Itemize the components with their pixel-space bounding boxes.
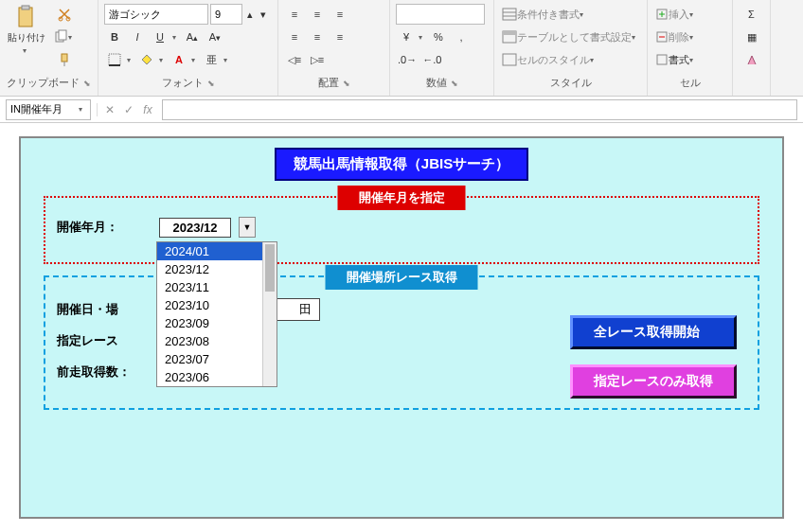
indent-decrease-button[interactable]: ◁≡: [284, 49, 305, 70]
style-group-label: スタイル: [550, 76, 592, 90]
dropdown-option[interactable]: 2024/01✥: [157, 242, 277, 260]
dropdown-option[interactable]: 2023/07: [157, 350, 277, 368]
comma-button[interactable]: ,: [451, 27, 472, 47]
svg-rect-0: [19, 8, 32, 27]
italic-button[interactable]: I: [127, 27, 148, 47]
yearmonth-dropdown-button[interactable]: ▼: [239, 217, 256, 238]
formula-bar: IN開催年月▾ ✕ ✓ fx: [0, 97, 803, 123]
delete-cells-button[interactable]: 削除▾: [653, 27, 726, 47]
conditional-format-button[interactable]: 条件付き書式▾: [500, 4, 641, 25]
decrease-decimal-button[interactable]: ←.0: [420, 49, 443, 70]
number-launcher-icon[interactable]: ⬊: [451, 79, 458, 88]
autosum-button[interactable]: Σ: [739, 4, 764, 25]
fetch-selected-race-button[interactable]: 指定レースのみ取得: [570, 364, 737, 399]
format-cells-button[interactable]: 書式▾: [653, 49, 726, 70]
svg-rect-8: [503, 9, 516, 20]
format-painter-button[interactable]: [51, 49, 78, 70]
clipboard-launcher-icon[interactable]: ⬊: [83, 79, 91, 88]
main-panel: 競馬出馬情報取得（JBISサーチ） 開催年月を指定 開催年月： 2023/12 …: [19, 136, 784, 519]
ribbon-group-clipboard: 貼り付け ▾ ▾ クリップボード⬊: [0, 0, 98, 96]
align-top-button[interactable]: ≡: [284, 4, 305, 25]
font-size-down-button[interactable]: ▾: [258, 4, 269, 25]
section-races-title: 開催場所レース取得: [326, 265, 478, 290]
currency-button[interactable]: ¥: [396, 27, 417, 47]
align-middle-button[interactable]: ≡: [307, 4, 328, 25]
fill-color-button[interactable]: [136, 49, 157, 70]
dropdown-option[interactable]: 2023/06: [157, 368, 277, 386]
yearmonth-dropdown: 2024/01✥ 2023/12 2023/11 2023/10 2023/09…: [156, 241, 277, 387]
copy-button[interactable]: ▾: [51, 27, 78, 47]
indent-increase-button[interactable]: ▷≡: [307, 49, 328, 70]
font-color-button[interactable]: A: [169, 49, 189, 70]
paste-button[interactable]: 貼り付け ▾: [6, 4, 47, 55]
underline-button[interactable]: U: [150, 27, 170, 47]
ribbon-group-cell: 挿入▾ 削除▾ 書式▾ セル: [648, 0, 733, 96]
dropdown-option[interactable]: 2023/11: [157, 278, 277, 296]
cell-group-label: セル: [680, 76, 701, 90]
race-label: 指定レース: [57, 332, 152, 349]
increase-decimal-button[interactable]: .0→: [396, 49, 419, 70]
fetch-all-races-button[interactable]: 全レース取得開始: [570, 315, 737, 349]
svg-rect-6: [62, 54, 67, 62]
worksheet-area: 競馬出馬情報取得（JBISサーチ） 開催年月を指定 開催年月： 2023/12 …: [0, 123, 803, 532]
cancel-formula-button[interactable]: ✕: [101, 103, 118, 116]
svg-rect-7: [109, 54, 120, 65]
dropdown-option[interactable]: 2023/08: [157, 332, 277, 350]
insert-cells-button[interactable]: 挿入▾: [653, 4, 726, 25]
name-box[interactable]: IN開催年月▾: [6, 99, 91, 120]
paste-label: 貼り付け: [8, 31, 45, 44]
bold-button[interactable]: B: [104, 27, 125, 47]
svg-rect-11: [503, 54, 516, 65]
phonetic-button[interactable]: 亜: [201, 49, 222, 70]
ribbon-group-style: 条件付き書式▾ テーブルとして書式設定▾ セルのスタイル▾ スタイル: [494, 0, 648, 96]
number-group-label: 数値: [426, 76, 447, 90]
ribbon-group-alignment: ≡ ≡ ≡ ≡ ≡ ≡ ◁≡ ▷≡ 配置⬊: [278, 0, 390, 96]
font-size-select[interactable]: [210, 4, 242, 25]
svg-rect-5: [59, 30, 66, 40]
venue-label: 開催日・場: [57, 301, 152, 318]
ribbon-group-editing: Σ ▦: [733, 0, 771, 96]
border-button[interactable]: [104, 49, 125, 70]
dropdown-option[interactable]: 2023/09: [157, 314, 277, 332]
dropdown-scrollbar[interactable]: [262, 242, 277, 386]
dropdown-option[interactable]: 2023/12: [157, 260, 277, 278]
format-as-table-button[interactable]: テーブルとして書式設定▾: [500, 27, 641, 47]
align-center-button[interactable]: ≡: [307, 27, 328, 47]
formula-input[interactable]: [162, 99, 797, 120]
font-name-select[interactable]: [104, 4, 208, 25]
prev-count-label: 前走取得数：: [57, 364, 152, 381]
ribbon-group-font: ▴ ▾ B I U▾ A▴ A▾ ▾ ▾ A▾ 亜▾ フォント⬊: [98, 0, 278, 96]
font-size-up-button[interactable]: ▴: [244, 4, 256, 25]
align-group-label: 配置: [318, 76, 339, 90]
svg-rect-10: [503, 31, 516, 35]
enter-formula-button[interactable]: ✓: [120, 103, 137, 116]
ribbon: 貼り付け ▾ ▾ クリップボード⬊ ▴ ▾ B I U▾ A▴: [0, 0, 803, 97]
section-races: 開催場所レース取得 開催日・場 指定レース 前走取得数： 全レース取得開始 指定…: [44, 275, 759, 410]
align-bottom-button[interactable]: ≡: [330, 4, 350, 25]
ribbon-group-number: ¥▾ % , .0→ ←.0 数値⬊: [390, 0, 494, 96]
insert-function-button[interactable]: fx: [139, 103, 156, 116]
align-left-button[interactable]: ≡: [284, 27, 305, 47]
cut-button[interactable]: [51, 4, 78, 25]
section-yearmonth: 開催年月を指定 開催年月： 2023/12 ▼ 2024/01✥ 2023/12…: [44, 196, 759, 264]
fill-button[interactable]: ▦: [739, 27, 764, 47]
align-launcher-icon[interactable]: ⬊: [343, 79, 350, 88]
yearmonth-value[interactable]: 2023/12: [159, 218, 231, 238]
font-group-label: フォント: [162, 76, 204, 90]
svg-rect-1: [22, 6, 29, 9]
cell-styles-button[interactable]: セルのスタイル▾: [500, 49, 641, 70]
yearmonth-label: 開催年月：: [57, 219, 152, 236]
increase-font-button[interactable]: A▴: [182, 27, 203, 47]
font-launcher-icon[interactable]: ⬊: [207, 79, 215, 88]
app-title: 競馬出馬情報取得（JBISサーチ）: [275, 148, 528, 181]
decrease-font-button[interactable]: A▾: [205, 27, 225, 47]
clear-button[interactable]: [739, 49, 764, 70]
svg-rect-14: [657, 55, 667, 64]
section-yearmonth-title: 開催年月を指定: [338, 186, 466, 210]
clipboard-group-label: クリップボード: [7, 76, 80, 90]
align-right-button[interactable]: ≡: [330, 27, 350, 47]
percent-button[interactable]: %: [428, 27, 449, 47]
dropdown-option[interactable]: 2023/10: [157, 296, 277, 314]
